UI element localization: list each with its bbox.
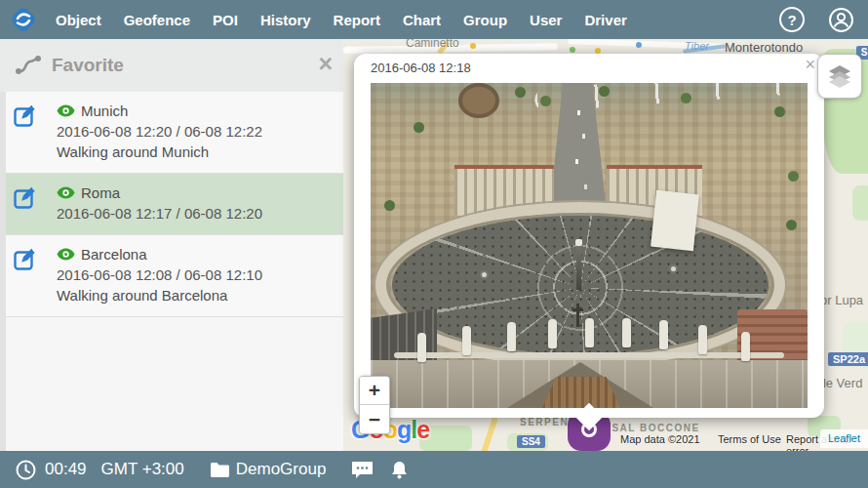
zoom-in-button[interactable]: + bbox=[360, 377, 389, 405]
favorite-list: Munich 2016-06-08 12:20 / 06-08 12:22 Wa… bbox=[6, 92, 343, 317]
favorite-panel: Favorite × Munich bbox=[0, 39, 343, 451]
layers-icon bbox=[826, 62, 853, 90]
favorite-name: Roma bbox=[81, 183, 120, 203]
nav-item-object[interactable]: Object bbox=[56, 12, 101, 28]
photo-obelisk-tip bbox=[575, 239, 582, 246]
app-window: Caminetto Tiber Monterotondo S or Lupa S… bbox=[0, 0, 868, 488]
photo-fountain bbox=[669, 264, 678, 273]
list-item-roma[interactable]: Roma 2016-06-08 12:17 / 06-08 12:20 bbox=[6, 174, 343, 235]
panel-title: Favorite bbox=[52, 55, 124, 76]
map-label-casal-boccone: CASAL BOCCONE bbox=[595, 423, 700, 433]
bell-icon[interactable] bbox=[391, 461, 408, 479]
navbar-right: ? bbox=[779, 7, 854, 33]
status-bar: 00:49 GMT +3:00 DemoGroup bbox=[0, 451, 868, 488]
nav-item-user[interactable]: User bbox=[530, 12, 562, 28]
photo-facade-cross bbox=[576, 304, 579, 327]
popup-close-icon[interactable]: × bbox=[805, 55, 815, 75]
zoom-out-button[interactable]: − bbox=[360, 405, 389, 433]
nav-item-geofence[interactable]: Geofence bbox=[124, 12, 190, 28]
photo-statue bbox=[698, 325, 707, 354]
map-attribution-terms-link[interactable]: Terms of Use bbox=[718, 433, 781, 445]
map-layers-button[interactable] bbox=[817, 54, 862, 99]
favorite-name: Barcelona bbox=[81, 244, 147, 264]
favorite-description: Walking around Munich bbox=[57, 142, 335, 162]
eye-icon[interactable] bbox=[57, 186, 75, 199]
top-navbar: Object Geofence POI History Report Chart… bbox=[0, 0, 868, 39]
map-poi-dot bbox=[570, 47, 575, 53]
photo-obelisk bbox=[576, 245, 581, 290]
eye-icon[interactable] bbox=[57, 104, 75, 117]
timezone: GMT +3:00 bbox=[101, 460, 184, 479]
photo-statue bbox=[417, 333, 426, 362]
map-road-yellow bbox=[479, 416, 498, 451]
nav-item-group[interactable]: Group bbox=[463, 12, 507, 28]
favorite-date-range: 2016-06-08 12:20 / 06-08 12:22 bbox=[57, 121, 335, 142]
app-logo[interactable] bbox=[9, 5, 38, 34]
map-attribution-data: Map data ©2021 bbox=[620, 433, 700, 445]
photo-fountain bbox=[480, 270, 489, 279]
map-poi-dot bbox=[636, 42, 642, 48]
clock-icon bbox=[16, 460, 36, 480]
help-icon[interactable]: ? bbox=[779, 7, 805, 32]
nav-item-report[interactable]: Report bbox=[334, 12, 380, 28]
map-label-or-lupa: or Lupa bbox=[820, 293, 863, 307]
map-label-monterotondo: Monterotondo bbox=[725, 40, 803, 55]
nav-item-driver[interactable]: Driver bbox=[584, 12, 626, 28]
map-poi-dot bbox=[470, 43, 476, 49]
folder-icon bbox=[210, 462, 230, 478]
photo-white-stage bbox=[651, 190, 699, 251]
photo-st-peters-square bbox=[371, 83, 808, 408]
favorite-name: Munich bbox=[81, 101, 128, 121]
photo-statue bbox=[585, 318, 594, 347]
map-green-area bbox=[852, 185, 868, 221]
nav-item-poi[interactable]: POI bbox=[213, 12, 238, 28]
photo-statue bbox=[462, 326, 471, 355]
edit-icon[interactable] bbox=[13, 102, 39, 129]
map-route-badge-sp22a: SP22a bbox=[828, 352, 868, 366]
favorite-panel-header: Favorite × bbox=[0, 39, 343, 92]
panel-close-icon[interactable]: × bbox=[318, 50, 333, 77]
main-menu: Object Geofence POI History Report Chart… bbox=[56, 12, 627, 28]
photo-statue-row bbox=[400, 317, 780, 368]
photo-statue bbox=[548, 319, 557, 348]
map-label-tiber: Tiber bbox=[685, 40, 709, 52]
edit-icon[interactable] bbox=[13, 246, 39, 272]
route-icon bbox=[15, 55, 41, 76]
favorite-description: Walking around Barcelona bbox=[57, 285, 335, 305]
popup-timestamp: 2016-06-08 12:18 bbox=[371, 61, 471, 75]
photo-statue bbox=[659, 320, 668, 349]
list-item-munich[interactable]: Munich 2016-06-08 12:20 / 06-08 12:22 Wa… bbox=[6, 92, 343, 174]
map-label-caminetto: Caminetto bbox=[406, 39, 459, 50]
photo-statue bbox=[507, 322, 516, 351]
favorite-date-range: 2016-06-08 12:17 / 06-08 12:20 bbox=[57, 203, 335, 224]
edit-icon[interactable] bbox=[13, 184, 39, 211]
leaflet-attribution-link[interactable]: Leaflet bbox=[820, 429, 868, 448]
map-label-lle-verd: lle Verd bbox=[820, 376, 862, 390]
photo-statue bbox=[622, 318, 631, 347]
photo-popup: 2016-06-08 12:18 × bbox=[354, 54, 824, 418]
photo-cars bbox=[577, 110, 580, 115]
nav-item-chart[interactable]: Chart bbox=[403, 12, 441, 28]
favorite-date-range: 2016-06-08 12:08 / 06-08 12:10 bbox=[57, 264, 335, 285]
account-icon[interactable] bbox=[828, 7, 854, 33]
group-selector[interactable]: DemoGroup bbox=[236, 460, 327, 479]
chat-icon[interactable] bbox=[351, 461, 374, 479]
eye-icon[interactable] bbox=[57, 248, 75, 261]
map-zoom-controls: + − bbox=[359, 376, 390, 434]
photo-statue bbox=[741, 332, 750, 361]
nav-item-history[interactable]: History bbox=[260, 12, 311, 28]
server-time: 00:49 bbox=[45, 460, 87, 479]
list-item-barcelona[interactable]: Barcelona 2016-06-08 12:08 / 06-08 12:10… bbox=[6, 235, 343, 317]
map-route-badge-ss4: SS4 bbox=[517, 435, 545, 448]
